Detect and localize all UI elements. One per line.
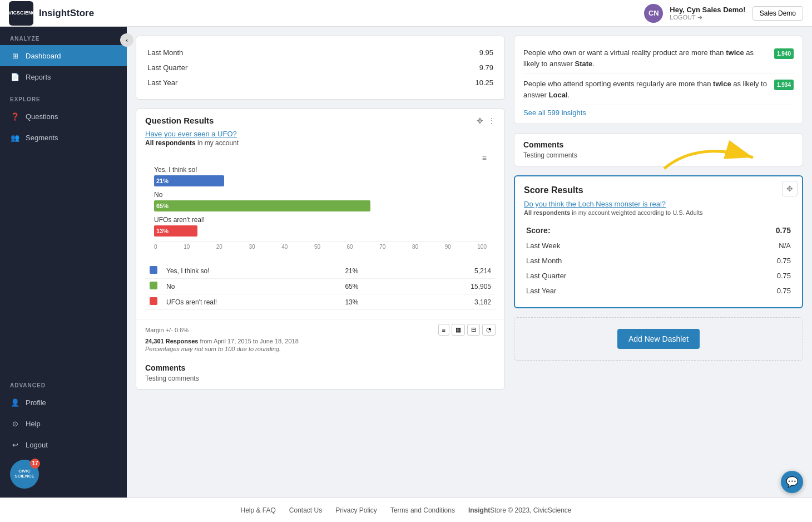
question-results-body: Have you ever seen a UFO? All respondent… (136, 125, 504, 319)
question-link[interactable]: Have you ever seen a UFO? (145, 130, 237, 138)
advanced-label: ADVANCED (0, 373, 127, 392)
date-range: from April 17, 2015 to June 18, 2018 (200, 338, 298, 344)
right-column: People who own or want a virtual reality… (514, 36, 803, 489)
sales-demo-button[interactable]: Sales Demo (752, 6, 803, 21)
user-info: Hey, Cyn Sales Demo! LOGOUT ➜ (670, 6, 745, 21)
footer: Help & FAQ Contact Us Privacy Policy Ter… (0, 498, 812, 522)
chat-bubble[interactable]: 💬 (781, 471, 803, 493)
chart-menu-icon[interactable]: ≡ (482, 154, 487, 162)
respondents-prefix: All respondents (145, 139, 196, 147)
table-row: Last Year 10.25 (145, 75, 496, 90)
bar-view-btn[interactable]: ▦ (452, 324, 465, 336)
score-label: Score: (524, 223, 711, 238)
legend-pct-3: 13% (340, 294, 407, 310)
legend-color-1 (150, 266, 157, 274)
insight-text-2: People who attend sporting events regula… (523, 78, 770, 100)
add-dashlet-card: Add New Dashlet (514, 317, 803, 361)
last-year-value: 0.75 (711, 283, 793, 298)
comments-text: Testing comments (145, 375, 496, 382)
sidebar-item-dashboard[interactable]: ⊞ Dashboard (0, 45, 127, 66)
chart-label-2: No (154, 191, 487, 199)
question-results-header: Question Results ✥ ⋮ (136, 109, 504, 125)
top-bar-right: CN Hey, Cyn Sales Demo! LOGOUT ➜ Sales D… (644, 4, 803, 23)
grid-view-btn[interactable]: ⊟ (467, 324, 480, 336)
sidebar-item-profile[interactable]: 👤 Profile (0, 392, 127, 413)
sidebar: ANALYZE ⊞ Dashboard 📄 Reports EXPLORE ❓ … (0, 27, 127, 498)
sidebar-item-segments[interactable]: 👥 Segments (0, 127, 127, 148)
drag-handle[interactable]: ✥ (782, 181, 798, 196)
respondents-label: All respondents in my account (145, 139, 496, 147)
table-row: Last Month 0.75 (524, 253, 793, 268)
sidebar-item-label-reports: Reports (26, 73, 51, 81)
insights-card: People who own or want a virtual reality… (514, 36, 803, 124)
left-column: Last Month 9.95 Last Quarter 9.79 Last Y… (136, 36, 505, 489)
top-bar: CIVICSCIENCE InsightStore CN Hey, Cyn Sa… (0, 0, 812, 27)
card-icons: ✥ ⋮ (477, 116, 496, 125)
score-results-table: Score: 0.75 Last Week N/A Last Month 0.7… (524, 223, 793, 298)
score-results-title: Score Results (524, 185, 793, 195)
add-dashlet-button[interactable]: Add New Dashlet (617, 329, 700, 349)
last-year-label: Last Year (524, 283, 711, 298)
chart-bar-2: 65% (154, 200, 370, 211)
table-view-btn[interactable]: ≡ (438, 324, 449, 336)
score-results-question-link[interactable]: Do you think the Loch Ness monster is re… (524, 200, 666, 208)
last-quarter-label: Last Quarter (524, 268, 711, 283)
help-faq-link[interactable]: Help & FAQ (240, 506, 275, 514)
margin-info: Margin +/- 0.6% ≡ ▦ ⊟ ◔ 24,301 Responses… (136, 319, 504, 357)
sidebar-item-help[interactable]: ⊙ Help (0, 413, 127, 434)
respondents-suffix: in my account (197, 139, 239, 147)
last-month-value: 9.95 (378, 45, 496, 60)
last-week-label: Last Week (524, 238, 711, 253)
logout-link[interactable]: LOGOUT ➜ (670, 14, 702, 21)
see-all-insights-link[interactable]: See all 599 insights (523, 109, 794, 117)
legend-pct-2: 65% (340, 279, 407, 294)
last-month-label: Last Month (145, 45, 378, 60)
explore-label: EXPLORE (0, 87, 127, 106)
last-year-value: 10.25 (378, 75, 496, 90)
comments-title: Comments (145, 363, 496, 372)
table-row: Last Year 0.75 (524, 283, 793, 298)
avatar: CN (644, 4, 663, 23)
last-month-value: 0.75 (711, 253, 793, 268)
legend-pct-1: 21% (340, 263, 407, 279)
table-row: Last Month 9.95 (145, 45, 496, 60)
chart-bar-container-2: 65% (154, 200, 487, 211)
sidebar-item-logout[interactable]: ↩ Logout (0, 434, 127, 455)
sidebar-item-label-dashboard: Dashboard (26, 52, 61, 60)
questions-icon: ❓ (10, 111, 20, 121)
pie-view-btn[interactable]: ◔ (482, 324, 496, 336)
margin-text: Margin +/- 0.6% (145, 327, 189, 333)
menu-icon[interactable]: ⋮ (488, 116, 496, 125)
question-results-title: Question Results (145, 116, 214, 125)
toggle-sidebar-button[interactable]: ‹ (120, 33, 133, 47)
privacy-policy-link[interactable]: Privacy Policy (335, 506, 377, 514)
segments-icon: 👥 (10, 132, 20, 142)
sidebar-item-label-help: Help (26, 420, 41, 428)
score-results-meta: All respondents in my account weighted a… (524, 209, 793, 216)
legend-color-2 (150, 282, 157, 289)
contact-us-link[interactable]: Contact Us (289, 506, 322, 514)
move-icon[interactable]: ✥ (477, 116, 483, 125)
help-icon: ⊙ (10, 418, 20, 429)
score-results-card: ✥ Score Results Do you think the Loch Ne… (514, 175, 803, 308)
chart-bar-container-3: 13% (154, 225, 487, 237)
sidebar-item-reports[interactable]: 📄 Reports (0, 66, 127, 87)
sidebar-item-questions[interactable]: ❓ Questions (0, 106, 127, 127)
sidebar-item-label-segments: Segments (26, 134, 58, 142)
insight-text-1: People who own or want a virtual reality… (523, 47, 770, 69)
responses-count: 24,301 Responses (145, 338, 198, 344)
insight-badge-2: 1.934 (774, 80, 794, 90)
civic-science-badge: CIVICSCIENCE 17 (10, 460, 39, 489)
terms-link[interactable]: Terms and Conditions (390, 506, 455, 514)
user-name: Hey, Cyn Sales Demo! (670, 6, 745, 14)
chart-header: ≡ (154, 154, 487, 162)
sidebar-item-label-questions: Questions (26, 112, 58, 121)
legend-count-3: 3,182 (408, 294, 496, 310)
legend-table: Yes, I think so! 21% 5,214 No 65% 15,905 (145, 263, 496, 310)
legend-color-3 (150, 297, 157, 305)
logo-icon: CIVICSCIENCE (9, 1, 33, 26)
last-year-label: Last Year (145, 75, 378, 90)
score-results-wrapper: ✥ Score Results Do you think the Loch Ne… (514, 175, 803, 308)
last-quarter-label: Last Quarter (145, 60, 378, 75)
legend-count-2: 15,905 (408, 279, 496, 294)
